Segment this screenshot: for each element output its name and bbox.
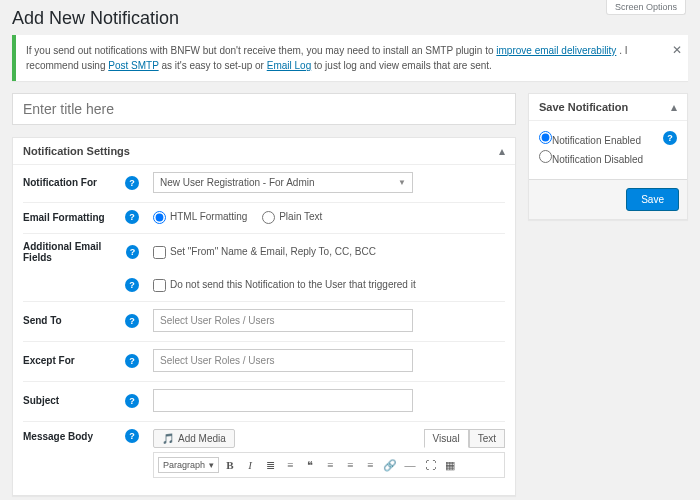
dismiss-icon[interactable]: ✕ (672, 41, 682, 59)
notice-link-deliverability[interactable]: improve email deliverability (496, 45, 616, 56)
chevron-down-icon: ▼ (398, 178, 406, 187)
label-additional-fields: Additional Email Fields (23, 241, 126, 263)
admin-notice: If you send out notifications with BNFW … (12, 35, 688, 81)
italic-icon[interactable]: I (241, 456, 259, 474)
screen-options-tab[interactable]: Screen Options (606, 0, 686, 15)
toolbar-toggle-icon[interactable]: ▦ (441, 456, 459, 474)
help-icon[interactable]: ? (125, 278, 139, 292)
bold-icon[interactable]: B (221, 456, 239, 474)
chevron-up-icon[interactable]: ▴ (499, 144, 505, 158)
media-icon: 🎵 (162, 433, 174, 444)
align-right-icon[interactable]: ≡ (361, 456, 379, 474)
more-icon[interactable]: — (401, 456, 419, 474)
label-email-formatting: Email Formatting (23, 212, 105, 223)
add-media-button[interactable]: 🎵 Add Media (153, 429, 235, 448)
tab-text[interactable]: Text (469, 429, 505, 448)
except-for-select[interactable]: Select User Roles / Users (153, 349, 413, 372)
save-button[interactable]: Save (626, 188, 679, 211)
label-except-for: Except For (23, 355, 75, 366)
page-title: Add New Notification (12, 8, 688, 29)
settings-heading: Notification Settings (23, 145, 130, 157)
radio-enabled[interactable]: Notification Enabled (539, 131, 677, 146)
checkbox-suppress-trigger-user[interactable]: Do not send this Notification to the Use… (153, 279, 416, 290)
notice-text-4: to just log and view emails that are sen… (314, 60, 492, 71)
notification-for-value: New User Registration - For Admin (160, 177, 315, 188)
align-left-icon[interactable]: ≡ (321, 456, 339, 474)
savebox-header[interactable]: Save Notification ▴ (529, 94, 687, 121)
notification-settings-box: Notification Settings ▴ Notification For… (12, 137, 516, 496)
notice-link-postsmtp[interactable]: Post SMTP (108, 60, 158, 71)
subject-input[interactable] (153, 389, 413, 412)
label-message-body: Message Body (23, 431, 93, 442)
settings-header[interactable]: Notification Settings ▴ (13, 138, 515, 165)
radio-plain-text[interactable]: Plain Text (262, 211, 322, 222)
label-send-to: Send To (23, 315, 62, 326)
notification-for-select[interactable]: New User Registration - For Admin ▼ (153, 172, 413, 193)
notice-link-emaillog[interactable]: Email Log (267, 60, 311, 71)
radio-disabled[interactable]: Notification Disabled (539, 150, 677, 165)
chevron-down-icon: ▾ (209, 460, 214, 470)
help-icon[interactable]: ? (663, 131, 677, 145)
notice-text-3: as it's easy to set-up or (161, 60, 266, 71)
number-list-icon[interactable]: ≡ (281, 456, 299, 474)
chevron-up-icon[interactable]: ▴ (671, 100, 677, 114)
title-input[interactable] (12, 93, 516, 125)
fullscreen-icon[interactable]: ⛶ (421, 456, 439, 474)
notice-text-1: If you send out notifications with BNFW … (26, 45, 496, 56)
label-notification-for: Notification For (23, 177, 97, 188)
link-icon[interactable]: 🔗 (381, 456, 399, 474)
help-icon[interactable]: ? (125, 354, 139, 368)
checkbox-from-fields[interactable]: Set "From" Name & Email, Reply To, CC, B… (153, 246, 376, 257)
align-center-icon[interactable]: ≡ (341, 456, 359, 474)
help-icon[interactable]: ? (125, 176, 139, 190)
savebox-heading: Save Notification (539, 101, 628, 113)
help-icon[interactable]: ? (126, 245, 139, 259)
format-select[interactable]: Paragraph▾ (158, 457, 219, 473)
quote-icon[interactable]: ❝ (301, 456, 319, 474)
help-icon[interactable]: ? (125, 314, 139, 328)
radio-html-formatting[interactable]: HTML Formatting (153, 211, 247, 222)
label-subject: Subject (23, 395, 59, 406)
save-notification-box: Save Notification ▴ ? Notification Enabl… (528, 93, 688, 220)
send-to-select[interactable]: Select User Roles / Users (153, 309, 413, 332)
help-icon[interactable]: ? (125, 394, 139, 408)
tab-visual[interactable]: Visual (424, 429, 469, 448)
bullet-list-icon[interactable]: ≣ (261, 456, 279, 474)
help-icon[interactable]: ? (125, 429, 139, 443)
editor-toolbar: Paragraph▾ B I ≣ ≡ ❝ ≡ ≡ ≡ 🔗 — (153, 452, 505, 478)
help-icon[interactable]: ? (125, 210, 139, 224)
